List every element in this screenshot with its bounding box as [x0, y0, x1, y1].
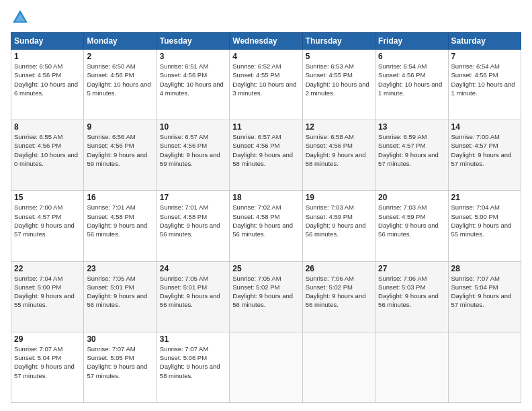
- day-cell: 12 Sunrise: 6:58 AM Sunset: 4:56 PM Dayl…: [302, 120, 375, 191]
- day-cell: 19 Sunrise: 7:03 AM Sunset: 4:59 PM Dayl…: [302, 191, 375, 261]
- day-number: 1: [14, 52, 81, 61]
- day-info: Sunrise: 7:00 AM Sunset: 4:57 PM Dayligh…: [451, 132, 518, 168]
- day-cell: 18 Sunrise: 7:02 AM Sunset: 4:58 PM Dayl…: [230, 191, 302, 261]
- day-cell: 22 Sunrise: 7:04 AM Sunset: 5:00 PM Dayl…: [11, 261, 84, 332]
- day-number: 22: [14, 264, 81, 273]
- day-info: Sunrise: 6:57 AM Sunset: 4:56 PM Dayligh…: [232, 132, 299, 168]
- day-cell: 24 Sunrise: 7:05 AM Sunset: 5:01 PM Dayl…: [157, 261, 229, 332]
- week-row-3: 15 Sunrise: 7:00 AM Sunset: 4:57 PM Dayl…: [11, 191, 521, 261]
- day-number: 14: [451, 122, 518, 132]
- day-number: 20: [378, 193, 445, 202]
- day-cell: 9 Sunrise: 6:56 AM Sunset: 4:56 PM Dayli…: [84, 120, 157, 191]
- calendar-body: 1 Sunrise: 6:50 AM Sunset: 4:56 PM Dayli…: [11, 50, 521, 403]
- day-info: Sunrise: 6:50 AM Sunset: 4:56 PM Dayligh…: [87, 62, 153, 97]
- day-number: 23: [87, 264, 153, 273]
- dow-header-tuesday: Tuesday: [157, 33, 229, 50]
- day-info: Sunrise: 6:51 AM Sunset: 4:56 PM Dayligh…: [160, 62, 226, 97]
- day-cell: 1 Sunrise: 6:50 AM Sunset: 4:56 PM Dayli…: [11, 50, 84, 120]
- dow-header-friday: Friday: [375, 33, 448, 50]
- day-cell: 3 Sunrise: 6:51 AM Sunset: 4:56 PM Dayli…: [157, 50, 229, 120]
- day-number: 8: [14, 122, 81, 132]
- day-cell: [448, 332, 521, 402]
- day-number: 21: [451, 193, 518, 202]
- day-info: Sunrise: 6:57 AM Sunset: 4:56 PM Dayligh…: [160, 132, 226, 168]
- day-cell: 10 Sunrise: 6:57 AM Sunset: 4:56 PM Dayl…: [157, 120, 229, 191]
- day-info: Sunrise: 6:59 AM Sunset: 4:57 PM Dayligh…: [378, 132, 445, 168]
- day-cell: 21 Sunrise: 7:04 AM Sunset: 5:00 PM Dayl…: [448, 191, 521, 261]
- day-number: 26: [306, 264, 372, 273]
- day-number: 4: [232, 52, 299, 61]
- day-cell: 26 Sunrise: 7:06 AM Sunset: 5:02 PM Dayl…: [302, 261, 375, 332]
- day-cell: [302, 332, 375, 402]
- day-cell: 6 Sunrise: 6:54 AM Sunset: 4:56 PM Dayli…: [375, 50, 448, 120]
- day-info: Sunrise: 7:01 AM Sunset: 4:58 PM Dayligh…: [87, 203, 153, 238]
- dow-header-thursday: Thursday: [302, 33, 375, 50]
- day-number: 28: [451, 264, 518, 273]
- day-number: 25: [232, 264, 299, 273]
- day-info: Sunrise: 6:54 AM Sunset: 4:56 PM Dayligh…: [451, 62, 518, 97]
- day-info: Sunrise: 7:03 AM Sunset: 4:59 PM Dayligh…: [378, 203, 445, 238]
- day-cell: 4 Sunrise: 6:52 AM Sunset: 4:55 PM Dayli…: [230, 50, 302, 120]
- logo-icon: [11, 8, 30, 27]
- day-cell: 27 Sunrise: 7:06 AM Sunset: 5:03 PM Dayl…: [375, 261, 448, 332]
- day-number: 3: [160, 52, 226, 61]
- day-info: Sunrise: 7:07 AM Sunset: 5:06 PM Dayligh…: [160, 345, 226, 380]
- day-number: 29: [14, 334, 81, 344]
- day-cell: [375, 332, 448, 402]
- week-row-2: 8 Sunrise: 6:55 AM Sunset: 4:56 PM Dayli…: [11, 120, 521, 191]
- day-of-week-row: SundayMondayTuesdayWednesdayThursdayFrid…: [11, 33, 521, 50]
- day-cell: 13 Sunrise: 6:59 AM Sunset: 4:57 PM Dayl…: [375, 120, 448, 191]
- day-info: Sunrise: 7:06 AM Sunset: 5:03 PM Dayligh…: [378, 274, 445, 310]
- day-info: Sunrise: 7:06 AM Sunset: 5:02 PM Dayligh…: [306, 274, 372, 310]
- day-info: Sunrise: 7:03 AM Sunset: 4:59 PM Dayligh…: [306, 203, 372, 238]
- day-cell: 5 Sunrise: 6:53 AM Sunset: 4:55 PM Dayli…: [302, 50, 375, 120]
- day-cell: 15 Sunrise: 7:00 AM Sunset: 4:57 PM Dayl…: [11, 191, 84, 261]
- day-info: Sunrise: 6:56 AM Sunset: 4:56 PM Dayligh…: [87, 132, 153, 168]
- page: SundayMondayTuesdayWednesdayThursdayFrid…: [0, 0, 532, 411]
- day-cell: [230, 332, 302, 402]
- day-info: Sunrise: 6:55 AM Sunset: 4:56 PM Dayligh…: [14, 132, 81, 168]
- day-info: Sunrise: 6:52 AM Sunset: 4:55 PM Dayligh…: [232, 62, 299, 97]
- day-info: Sunrise: 7:02 AM Sunset: 4:58 PM Dayligh…: [232, 203, 299, 238]
- day-cell: 29 Sunrise: 7:07 AM Sunset: 5:04 PM Dayl…: [11, 332, 84, 402]
- day-number: 24: [160, 264, 226, 273]
- day-info: Sunrise: 7:05 AM Sunset: 5:01 PM Dayligh…: [87, 274, 153, 310]
- week-row-4: 22 Sunrise: 7:04 AM Sunset: 5:00 PM Dayl…: [11, 261, 521, 332]
- dow-header-sunday: Sunday: [11, 33, 84, 50]
- day-info: Sunrise: 7:04 AM Sunset: 5:00 PM Dayligh…: [14, 274, 81, 310]
- day-cell: 11 Sunrise: 6:57 AM Sunset: 4:56 PM Dayl…: [230, 120, 302, 191]
- day-cell: 31 Sunrise: 7:07 AM Sunset: 5:06 PM Dayl…: [157, 332, 229, 402]
- day-info: Sunrise: 7:07 AM Sunset: 5:05 PM Dayligh…: [87, 345, 153, 380]
- day-cell: 25 Sunrise: 7:05 AM Sunset: 5:02 PM Dayl…: [230, 261, 302, 332]
- day-cell: 17 Sunrise: 7:01 AM Sunset: 4:58 PM Dayl…: [157, 191, 229, 261]
- day-number: 16: [87, 193, 153, 202]
- day-info: Sunrise: 7:07 AM Sunset: 5:04 PM Dayligh…: [14, 345, 81, 380]
- day-cell: 14 Sunrise: 7:00 AM Sunset: 4:57 PM Dayl…: [448, 120, 521, 191]
- day-cell: 16 Sunrise: 7:01 AM Sunset: 4:58 PM Dayl…: [84, 191, 157, 261]
- day-cell: 20 Sunrise: 7:03 AM Sunset: 4:59 PM Dayl…: [375, 191, 448, 261]
- day-number: 9: [87, 122, 153, 132]
- day-cell: 23 Sunrise: 7:05 AM Sunset: 5:01 PM Dayl…: [84, 261, 157, 332]
- dow-header-monday: Monday: [84, 33, 157, 50]
- calendar-table: SundayMondayTuesdayWednesdayThursdayFrid…: [11, 32, 521, 403]
- day-number: 2: [87, 52, 153, 61]
- day-info: Sunrise: 7:04 AM Sunset: 5:00 PM Dayligh…: [451, 203, 518, 238]
- day-info: Sunrise: 7:01 AM Sunset: 4:58 PM Dayligh…: [160, 203, 226, 238]
- day-info: Sunrise: 7:05 AM Sunset: 5:02 PM Dayligh…: [232, 274, 299, 310]
- day-number: 15: [14, 193, 81, 202]
- dow-header-wednesday: Wednesday: [230, 33, 302, 50]
- day-number: 13: [378, 122, 445, 132]
- day-number: 27: [378, 264, 445, 273]
- week-row-5: 29 Sunrise: 7:07 AM Sunset: 5:04 PM Dayl…: [11, 332, 521, 402]
- logo: [11, 8, 32, 27]
- day-number: 19: [306, 193, 372, 202]
- day-info: Sunrise: 6:54 AM Sunset: 4:56 PM Dayligh…: [378, 62, 445, 97]
- day-number: 10: [160, 122, 226, 132]
- day-info: Sunrise: 7:00 AM Sunset: 4:57 PM Dayligh…: [14, 203, 81, 238]
- day-number: 12: [306, 122, 372, 132]
- day-number: 30: [87, 334, 153, 344]
- day-number: 5: [306, 52, 372, 61]
- day-number: 17: [160, 193, 226, 202]
- day-number: 6: [378, 52, 445, 61]
- day-number: 18: [232, 193, 299, 202]
